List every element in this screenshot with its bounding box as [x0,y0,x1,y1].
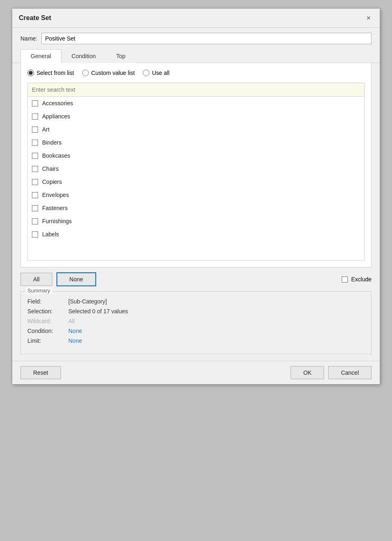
item-checkbox-appliances[interactable] [32,113,38,120]
item-checkbox-bookcases[interactable] [32,153,38,159]
item-checkbox-art[interactable] [32,127,38,133]
list-item[interactable]: Furnishings [28,215,364,228]
exclude-row: Exclude [342,276,372,283]
tab-condition[interactable]: Condition [61,49,106,63]
name-label: Name: [20,35,37,42]
title-bar: Create Set × [12,9,380,28]
list-item[interactable]: Accessories [28,97,364,110]
item-checkbox-labels[interactable] [32,231,38,238]
item-checkbox-chairs[interactable] [32,166,38,172]
summary-wildcard-row: Wildcard: All [27,318,365,324]
all-button[interactable]: All [20,273,52,286]
list-item[interactable]: Art [28,123,364,136]
summary-box: Summary Field: [Sub-Category] Selection:… [20,291,372,354]
item-checkbox-envelopes[interactable] [32,192,38,198]
footer-right: OK Cancel [291,366,372,379]
ok-button[interactable]: OK [291,366,324,379]
list-item[interactable]: Chairs [28,162,364,175]
item-checkbox-accessories[interactable] [32,100,38,106]
summary-selection-row: Selection: Selected 0 of 17 values [27,308,365,315]
none-button[interactable]: None [56,272,96,286]
tabs-row: General Condition Top [12,49,380,63]
cancel-button[interactable]: Cancel [328,366,372,379]
summary-title: Summary [26,287,52,294]
item-checkbox-fasteners[interactable] [32,205,38,211]
radio-row: Select from list Custom value list Use a… [27,70,365,76]
tab-general[interactable]: General [20,49,61,63]
item-checkbox-binders[interactable] [32,140,38,146]
tab-top[interactable]: Top [106,49,136,63]
exclude-checkbox[interactable] [342,276,348,283]
list-item[interactable]: Envelopes [28,188,364,201]
list-item[interactable]: Appliances [28,110,364,123]
radio-select-from-list[interactable]: Select from list [27,70,74,76]
summary-condition-row: Condition: None [27,328,365,334]
create-set-dialog: Create Set × Name: General Condition Top… [12,8,380,385]
list-item[interactable]: Fasteners [28,201,364,215]
summary-limit-row: Limit: None [27,337,365,344]
list-item[interactable]: Binders [28,136,364,149]
summary-field-row: Field: [Sub-Category] [27,298,365,305]
radio-use-all[interactable]: Use all [143,70,169,76]
exclude-label: Exclude [351,276,372,283]
item-checkbox-furnishings[interactable] [32,218,38,224]
list-item[interactable]: Copiers [28,175,364,188]
reset-button[interactable]: Reset [20,366,61,379]
search-input[interactable] [27,83,365,97]
name-row: Name: [12,28,380,49]
close-button[interactable]: × [364,14,373,23]
name-input[interactable] [41,33,372,44]
items-list[interactable]: Accessories Appliances Art Binders Bookc… [27,97,365,260]
radio-custom-value-list[interactable]: Custom value list [82,70,135,76]
list-item[interactable]: Bookcases [28,149,364,162]
list-item[interactable]: Labels [28,228,364,241]
footer: Reset OK Cancel [12,361,380,384]
item-checkbox-copiers[interactable] [32,179,38,185]
main-content: Select from list Custom value list Use a… [20,63,372,267]
action-buttons-row: All None Exclude [12,267,380,291]
dialog-title: Create Set [19,14,51,22]
